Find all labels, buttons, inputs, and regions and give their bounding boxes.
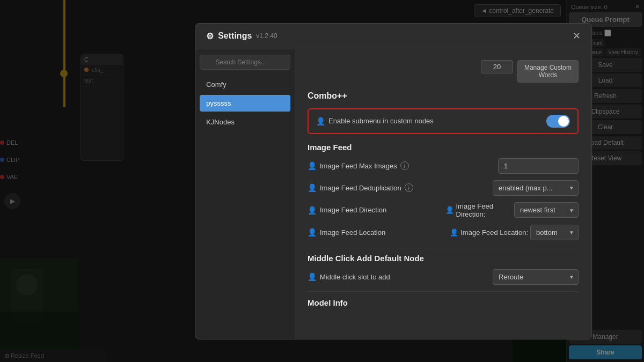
person-icon-loc: 👤	[308, 228, 317, 237]
person-icon-loc2: 👤	[450, 228, 458, 237]
enable-submenu-row: 👤 Enable submenu in custom nodes	[308, 108, 579, 134]
modal-content: Manage Custom Words Combo++ 👤 Enable sub…	[295, 49, 591, 339]
sidebar-item-comfy[interactable]: Comfy	[200, 76, 290, 93]
location-select-wrap: bottom top left right ▼	[530, 225, 579, 240]
divider-1	[308, 247, 579, 247]
search-wrap: 🔍	[200, 55, 290, 70]
custom-words-number-input[interactable]	[481, 60, 513, 73]
modal-body: 🔍 Comfy pysssss KJNodes Manage Custom Wo…	[195, 49, 591, 339]
image-feed-location-select[interactable]: bottom top left right	[530, 225, 579, 240]
search-input[interactable]	[200, 55, 290, 70]
model-info-title: Model Info	[308, 298, 579, 307]
middle-click-select[interactable]: Reroute None	[493, 269, 579, 285]
sidebar-item-pysssss[interactable]: pysssss	[200, 95, 290, 112]
image-feed-max-images-label: 👤 Image Feed Max Images i	[308, 161, 409, 170]
image-feed-direction-select[interactable]: newest first oldest first	[514, 202, 579, 218]
divider-2	[308, 291, 579, 292]
direction-right: 👤 Image Feed Direction: newest first old…	[445, 202, 579, 218]
modal-close-button[interactable]: ✕	[573, 31, 581, 41]
person-icon-max: 👤	[308, 161, 317, 170]
direction-select-wrap: newest first oldest first ▼	[514, 202, 579, 218]
middle-click-row: 👤 Middle click slot to add Reroute None …	[308, 269, 579, 285]
settings-title-text: Settings	[218, 31, 252, 41]
image-feed-dedup-select[interactable]: enabled (max p... disabled	[493, 180, 579, 196]
person-icon-dedup: 👤	[308, 183, 317, 192]
modal-version: v1.2.40	[256, 32, 277, 40]
model-info-placeholder	[308, 314, 579, 330]
image-feed-max-images-row: 👤 Image Feed Max Images i	[308, 158, 579, 174]
manage-words-area: Manage Custom Words	[308, 60, 579, 83]
enable-submenu-toggle[interactable]	[546, 115, 570, 128]
image-feed-direction-row: 👤 Image Feed Direction 👤 Image Feed Dire…	[308, 202, 579, 218]
person-icon-dir2: 👤	[445, 206, 454, 214]
info-icon-max[interactable]: i	[400, 161, 409, 170]
person-icon-submenu: 👤	[316, 117, 325, 125]
modal-title: ⚙ Settings v1.2.40	[206, 31, 277, 41]
modal-header: ⚙ Settings v1.2.40 ✕	[195, 24, 591, 49]
modal-sidebar: 🔍 Comfy pysssss KJNodes	[195, 49, 295, 339]
info-icon-dedup[interactable]: i	[405, 183, 413, 192]
image-feed-max-images-input[interactable]	[498, 158, 579, 174]
manage-custom-words-button[interactable]: Manage Custom Words	[517, 60, 579, 83]
toggle-knob	[558, 116, 569, 127]
person-icon-middle: 👤	[308, 272, 317, 281]
location-left: 👤 Image Feed Location	[308, 228, 441, 237]
image-feed-title: Image Feed	[308, 143, 579, 152]
sidebar-item-kjnodes[interactable]: KJNodes	[200, 114, 290, 130]
reroute-select-wrap: Reroute None ▼	[493, 269, 579, 285]
enable-submenu-label: Enable submenu in custom nodes	[328, 117, 434, 125]
settings-modal: ⚙ Settings v1.2.40 ✕ 🔍 Comfy pysssss KJN…	[195, 23, 592, 339]
enable-submenu-label-row: 👤 Enable submenu in custom nodes	[316, 117, 434, 125]
direction-left: 👤 Image Feed Direction	[308, 206, 441, 215]
middle-click-label: 👤 Middle click slot to add	[308, 272, 390, 281]
dedup-select-wrap: enabled (max p... disabled ▼	[493, 180, 579, 196]
image-feed-location-row: 👤 Image Feed Location 👤 Image Feed Locat…	[308, 225, 579, 240]
location-right: 👤 Image Feed Location: bottom top left r…	[445, 225, 579, 240]
middle-click-title: Middle Click Add Default Node	[308, 254, 579, 263]
image-feed-dedup-label: 👤 Image Feed Deduplication i	[308, 183, 413, 192]
combo-section-title: Combo++	[308, 91, 579, 101]
image-feed-dedup-row: 👤 Image Feed Deduplication i enabled (ma…	[308, 180, 579, 196]
settings-gear-icon: ⚙	[206, 31, 214, 41]
person-icon-dir: 👤	[308, 206, 317, 215]
